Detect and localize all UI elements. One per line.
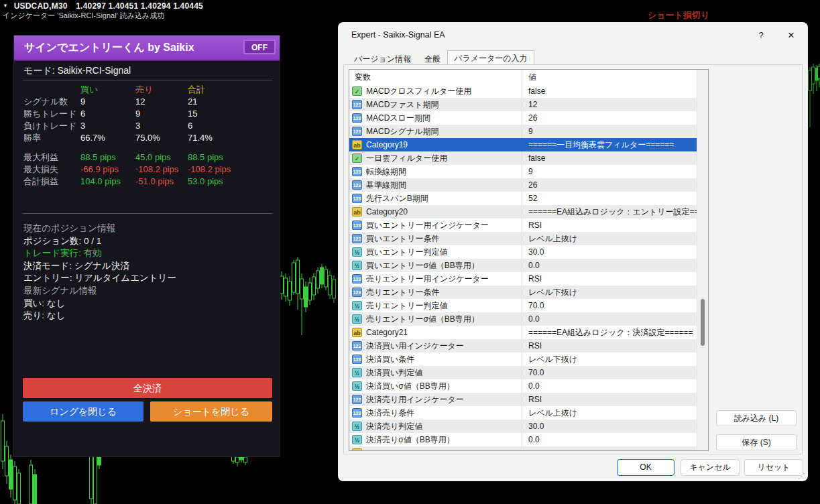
table-scrollbar[interactable] bbox=[697, 70, 708, 450]
parameter-row[interactable]: 123先行スパンB期間52 bbox=[349, 192, 699, 205]
metatrader-chart-window: ▼ USDCAD,M30 1.40297 1.40451 1.40294 1.4… bbox=[0, 0, 820, 504]
close-icon[interactable]: ✕ bbox=[782, 28, 801, 43]
parameter-value[interactable]: RSI bbox=[522, 272, 699, 286]
parameter-value[interactable]: false bbox=[522, 84, 699, 98]
chevron-down-icon[interactable]: ▼ bbox=[3, 3, 8, 9]
tab-inputs[interactable]: パラメーターの入力 bbox=[447, 50, 534, 66]
close-all-button[interactable]: 全決済 bbox=[23, 378, 272, 398]
parameter-value[interactable]: レベル下抜け bbox=[522, 286, 699, 299]
resize-grip[interactable]: ⋰ bbox=[798, 472, 805, 479]
parameter-row[interactable]: 123MACDシグナル期間9 bbox=[349, 125, 699, 138]
parameter-value[interactable]: 52 bbox=[522, 192, 699, 205]
bool-type-icon: ✓ bbox=[352, 153, 362, 163]
reset-button[interactable]: リセット bbox=[744, 459, 803, 476]
double-type-icon: ½ bbox=[352, 368, 362, 377]
parameter-row[interactable]: 123MACDファスト期間12 bbox=[349, 98, 699, 111]
position-info-line: ポジション数: 0 / 1 bbox=[23, 235, 275, 248]
parameter-row[interactable]: 123売りエントリー条件レベル下抜け bbox=[349, 286, 699, 299]
parameter-value[interactable]: 70.0 bbox=[522, 366, 699, 379]
parameter-value[interactable]: 30.0 bbox=[522, 420, 699, 433]
int-type-icon: 123 bbox=[352, 288, 362, 297]
chart-symbol: USDCAD,M30 bbox=[14, 1, 68, 11]
parameter-value[interactable]: RSI bbox=[522, 339, 699, 353]
parameter-value[interactable]: 26 bbox=[522, 178, 699, 192]
parameter-value[interactable]: RSI bbox=[522, 393, 699, 406]
parameter-value[interactable]: レベル上抜け bbox=[522, 232, 699, 245]
parameter-row[interactable]: 123買いエントリー条件レベル上抜け bbox=[349, 232, 699, 245]
position-info-line: 売り: なし bbox=[23, 310, 275, 322]
parameter-row[interactable]: 123MACDスロー期間26 bbox=[349, 111, 699, 125]
stats-header-row: 買い売り合計 bbox=[23, 84, 275, 96]
parameter-name: 決済売り判定値 bbox=[366, 420, 422, 433]
stats-row: 合計損益104.0 pips-51.0 pips53.0 pips bbox=[23, 176, 275, 188]
parameter-row[interactable]: 123決済買い用インジケーターRSI bbox=[349, 339, 699, 353]
stats-value: 9 bbox=[80, 96, 135, 108]
parameter-row[interactable]: ½決済売りσ値（BB専用）0.0 bbox=[349, 433, 699, 446]
column-header-value: 値 bbox=[522, 70, 699, 84]
parameter-row[interactable]: abCategory19======一目均衡表雲フィルター====== bbox=[349, 138, 699, 151]
parameter-value[interactable]: 0.0 bbox=[522, 312, 699, 326]
stats-row-label: 負けトレード bbox=[23, 120, 80, 132]
parameter-value[interactable]: レベル下抜け bbox=[522, 353, 699, 366]
stats-column-sell: 売り bbox=[135, 84, 188, 96]
parameter-value[interactable]: 26 bbox=[522, 111, 699, 125]
parameter-row[interactable]: ½買いエントリーσ値（BB専用）0.0 bbox=[349, 259, 699, 272]
parameter-value[interactable]: RSI bbox=[522, 218, 699, 232]
parameter-row[interactable]: 123決済売り条件レベル上抜け bbox=[349, 406, 699, 420]
parameter-row[interactable]: ½決済売り判定値30.0 bbox=[349, 420, 699, 433]
parameter-value[interactable]: false bbox=[522, 151, 699, 165]
parameter-row[interactable]: abCategory21======EA組込みロジック：決済設定====== bbox=[349, 326, 699, 339]
parameter-name: 先行スパンB期間 bbox=[366, 192, 428, 205]
parameter-value[interactable]: 9 bbox=[522, 125, 699, 138]
parameter-row[interactable]: ½売りエントリー判定値70.0 bbox=[349, 299, 699, 312]
parameter-row[interactable]: 123決済売り用インジケーターRSI bbox=[349, 393, 699, 406]
parameter-row[interactable]: 123買いエントリー用インジケーターRSI bbox=[349, 218, 699, 232]
parameter-name: 決済買いσ値（BB専用） bbox=[366, 379, 455, 393]
stats-row-label: シグナル数 bbox=[23, 96, 80, 108]
parameter-name: 売りエントリーσ値（BB専用） bbox=[366, 312, 479, 326]
help-icon[interactable]: ? bbox=[754, 28, 768, 43]
parameter-row[interactable]: ½売りエントリーσ値（BB専用）0.0 bbox=[349, 312, 699, 326]
close-long-button[interactable]: ロングを閉じる bbox=[23, 401, 143, 422]
parameter-value[interactable]: ======EA組込みロジック：エントリー設定===... bbox=[522, 205, 699, 218]
load-button[interactable]: 読み込み (L) bbox=[716, 410, 797, 426]
parameter-value[interactable]: ======EA組込みロジック：決済設定====== bbox=[522, 326, 699, 339]
scrollbar-thumb[interactable] bbox=[701, 299, 705, 346]
stats-value: 21 bbox=[188, 96, 275, 108]
ok-button[interactable]: OK bbox=[617, 459, 675, 476]
int-type-icon: 123 bbox=[352, 341, 362, 351]
parameter-value[interactable]: ======一目均衡表雲フィルター====== bbox=[522, 138, 699, 151]
parameter-value[interactable]: 70.0 bbox=[522, 299, 699, 312]
parameter-row[interactable]: 123基準線期間26 bbox=[349, 178, 699, 192]
parameter-row[interactable]: ½決済買い判定値70.0 bbox=[349, 366, 699, 379]
parameter-value[interactable]: 9 bbox=[522, 165, 699, 178]
stats-row: シグナル数91221 bbox=[23, 96, 275, 108]
cancel-button[interactable]: キャンセル bbox=[681, 459, 740, 476]
parameter-name: Category20 bbox=[366, 205, 408, 218]
divider bbox=[23, 80, 272, 80]
parameter-row[interactable]: 123決済買い条件レベル下抜け bbox=[349, 353, 699, 366]
parameter-row[interactable]: 123転換線期間9 bbox=[349, 165, 699, 178]
parameter-value[interactable]: 0.0 bbox=[522, 433, 699, 446]
parameter-value[interactable]: 0.0 bbox=[522, 379, 699, 393]
parameter-row[interactable]: ab bbox=[349, 446, 699, 451]
close-short-button[interactable]: ショートを閉じる bbox=[150, 401, 272, 422]
parameter-value[interactable]: レベル上抜け bbox=[522, 406, 699, 420]
parameter-name: 売りエントリー用インジケーター bbox=[366, 272, 489, 286]
parameter-row[interactable]: ½買いエントリー判定値30.0 bbox=[349, 245, 699, 259]
parameter-row[interactable]: ✓MACDクロスフィルター使用false bbox=[349, 84, 699, 98]
parameter-row[interactable]: 123売りエントリー用インジケーターRSI bbox=[349, 272, 699, 286]
panel-off-toggle-button[interactable]: OFF bbox=[243, 40, 276, 54]
parameter-row[interactable]: abCategory20======EA組込みロジック：エントリー設定===..… bbox=[349, 205, 699, 218]
save-button[interactable]: 保存 (S) bbox=[716, 434, 797, 450]
parameter-row[interactable]: ½決済買いσ値（BB専用）0.0 bbox=[349, 379, 699, 393]
parameter-value[interactable] bbox=[522, 446, 699, 451]
expert-properties-dialog: Expert - Saikix-Signal EA ? ✕ バージョン情報 全般… bbox=[338, 22, 808, 481]
double-type-icon: ½ bbox=[352, 314, 362, 324]
parameter-value[interactable]: 12 bbox=[522, 98, 699, 111]
stats-value: 104.0 pips bbox=[80, 176, 135, 188]
parameter-row[interactable]: ✓一目雲フィルター使用false bbox=[349, 151, 699, 165]
parameter-value[interactable]: 30.0 bbox=[522, 245, 699, 259]
parameter-name: 買いエントリーσ値（BB専用） bbox=[366, 259, 479, 272]
parameter-value[interactable]: 0.0 bbox=[522, 259, 699, 272]
